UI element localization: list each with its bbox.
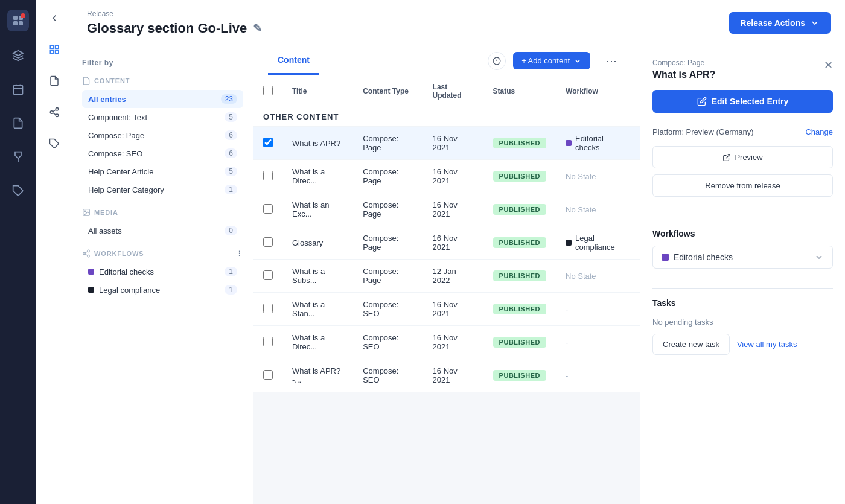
row-title-1[interactable]: What is APR? bbox=[282, 127, 353, 160]
edit-selected-entry-button[interactable]: Edit Selected Entry bbox=[652, 90, 833, 113]
svg-point-15 bbox=[56, 114, 59, 117]
row-checkbox-1[interactable] bbox=[263, 138, 273, 147]
legal-dot bbox=[88, 287, 94, 293]
platform-label: Platform: Preview (Germany) bbox=[652, 127, 754, 136]
filter-workflow-legal[interactable]: Legal compliance 1 bbox=[82, 281, 243, 299]
right-panel-title: What is APR? bbox=[652, 69, 715, 80]
row-title-5[interactable]: What is a Subs... bbox=[282, 260, 353, 293]
row-status-8: PUBLISHED bbox=[493, 370, 547, 381]
workflow-chevron-icon bbox=[814, 252, 824, 262]
filter-workflow-editorial[interactable]: Editorial checks 1 bbox=[82, 263, 243, 281]
no-pending-tasks: No pending tasks bbox=[652, 317, 833, 327]
sidebar-back-btn[interactable] bbox=[43, 7, 65, 29]
table-row: What is an Exc... Compose: Page 16 Nov 2… bbox=[253, 193, 640, 226]
info-button[interactable] bbox=[488, 52, 506, 70]
svg-rect-2 bbox=[13, 21, 18, 25]
row-last-updated-2: 16 Nov 2021 bbox=[423, 160, 483, 193]
row-content-type-5: Compose: Page bbox=[353, 260, 422, 293]
filter-item-compose-seo[interactable]: Compose: SEO 6 bbox=[82, 144, 243, 162]
preview-button[interactable]: Preview bbox=[652, 146, 833, 168]
app-logo[interactable] bbox=[7, 10, 29, 31]
left-sidebar bbox=[36, 0, 72, 504]
nav-icon-plug[interactable] bbox=[8, 147, 28, 167]
filter-item-help-center-article[interactable]: Help Center Article 5 bbox=[82, 162, 243, 180]
close-panel-button[interactable]: ✕ bbox=[824, 59, 833, 72]
row-title-7[interactable]: What is a Direc... bbox=[282, 326, 353, 359]
nav-icon-document[interactable] bbox=[8, 113, 28, 133]
filter-item-all-assets[interactable]: All assets 0 bbox=[82, 222, 243, 240]
row-checkbox-7[interactable] bbox=[263, 337, 273, 346]
create-new-task-button[interactable]: Create new task bbox=[652, 334, 730, 355]
svg-line-29 bbox=[726, 154, 730, 158]
add-content-button[interactable]: + Add content bbox=[513, 52, 590, 69]
row-title-2[interactable]: What is a Direc... bbox=[282, 160, 353, 193]
content-area: Filter by CONTENT All entries 23 Compone… bbox=[72, 46, 845, 504]
svg-rect-3 bbox=[19, 21, 23, 25]
row-title-6[interactable]: What is a Stan... bbox=[282, 293, 353, 326]
workflow-select[interactable]: Editorial checks bbox=[652, 246, 833, 269]
right-panel-subtitle: Compose: Page bbox=[652, 59, 715, 67]
row-title-4[interactable]: Glossary bbox=[282, 226, 353, 260]
filter-panel: Filter by CONTENT All entries 23 Compone… bbox=[72, 46, 253, 504]
right-panel: Compose: Page What is APR? ✕ Edit Select… bbox=[640, 46, 845, 504]
change-platform-link[interactable]: Change bbox=[805, 127, 833, 136]
content-section-label: CONTENT bbox=[82, 77, 243, 85]
row-status-6: PUBLISHED bbox=[493, 304, 547, 314]
nav-icon-puzzle[interactable] bbox=[8, 181, 28, 200]
svg-point-14 bbox=[50, 111, 53, 114]
workflow-select-dot bbox=[662, 254, 669, 261]
row-workflow-3: No State bbox=[566, 205, 596, 214]
filter-item-compose-page[interactable]: Compose: Page 6 bbox=[82, 126, 243, 144]
divider-2 bbox=[652, 288, 833, 289]
view-all-tasks-link[interactable]: View all my tasks bbox=[737, 340, 797, 349]
remove-from-release-button[interactable]: Remove from release bbox=[652, 174, 833, 197]
divider bbox=[652, 219, 833, 219]
tab-bar: Content + Add content ⋯ bbox=[253, 46, 640, 75]
row-status-1: PUBLISHED bbox=[493, 138, 547, 148]
row-checkbox-5[interactable] bbox=[263, 270, 273, 280]
row-checkbox-8[interactable] bbox=[263, 370, 273, 380]
filter-item-all-entries[interactable]: All entries 23 bbox=[82, 90, 243, 108]
row-checkbox-4[interactable] bbox=[263, 237, 273, 247]
row-title-3[interactable]: What is an Exc... bbox=[282, 193, 353, 226]
more-options-button[interactable]: ⋯ bbox=[598, 50, 625, 72]
svg-line-16 bbox=[53, 113, 56, 115]
table-row: What is a Stan... Compose: SEO 16 Nov 20… bbox=[253, 293, 640, 326]
main-content: Release Glossary section Go-Live ✎ Relea… bbox=[72, 0, 845, 504]
workflows-section-label: WORKFLOWS ⋮ bbox=[82, 249, 243, 258]
app-icon-bar bbox=[0, 0, 36, 504]
release-actions-button[interactable]: Release Actions bbox=[729, 12, 831, 34]
row-workflow-7: - bbox=[566, 338, 568, 347]
filter-item-help-center-category[interactable]: Help Center Category 1 bbox=[82, 180, 243, 199]
sidebar-icon-doc[interactable] bbox=[43, 70, 65, 92]
select-all-checkbox[interactable] bbox=[263, 86, 273, 95]
tab-content[interactable]: Content bbox=[268, 46, 319, 75]
row-checkbox-6[interactable] bbox=[263, 304, 273, 313]
row-last-updated-5: 12 Jan 2022 bbox=[423, 260, 483, 293]
header-left: Release Glossary section Go-Live ✎ bbox=[87, 10, 262, 36]
edit-title-icon[interactable]: ✎ bbox=[253, 22, 262, 35]
row-checkbox-3[interactable] bbox=[263, 204, 273, 214]
row-workflow-6: - bbox=[566, 305, 568, 314]
row-title-8[interactable]: What is APR? -... bbox=[282, 359, 353, 392]
sidebar-icon-workflow[interactable] bbox=[43, 101, 65, 123]
svg-rect-12 bbox=[50, 51, 53, 54]
workflows-more-icon[interactable]: ⋮ bbox=[236, 250, 243, 258]
row-workflow-5: No State bbox=[566, 272, 596, 281]
svg-point-21 bbox=[88, 250, 90, 252]
row-content-type-7: Compose: SEO bbox=[353, 326, 422, 359]
filter-title: Filter by bbox=[82, 59, 243, 67]
center-content: Content + Add content ⋯ bbox=[253, 46, 640, 504]
right-panel-header: Compose: Page What is APR? ✕ bbox=[652, 59, 833, 80]
row-status-3: PUBLISHED bbox=[493, 204, 547, 215]
row-last-updated-7: 16 Nov 2021 bbox=[423, 326, 483, 359]
row-checkbox-2[interactable] bbox=[263, 171, 273, 180]
table-row: Glossary Compose: Page 16 Nov 2021 PUBLI… bbox=[253, 226, 640, 260]
nav-icon-calendar[interactable] bbox=[8, 80, 28, 99]
sidebar-icon-grid[interactable] bbox=[43, 39, 65, 60]
filter-item-component-text[interactable]: Component: Text 5 bbox=[82, 108, 243, 126]
nav-icon-cube[interactable] bbox=[8, 46, 28, 65]
page-header: Release Glossary section Go-Live ✎ Relea… bbox=[72, 0, 845, 46]
release-label: Release bbox=[87, 10, 262, 18]
sidebar-icon-puzzle[interactable] bbox=[43, 133, 65, 155]
